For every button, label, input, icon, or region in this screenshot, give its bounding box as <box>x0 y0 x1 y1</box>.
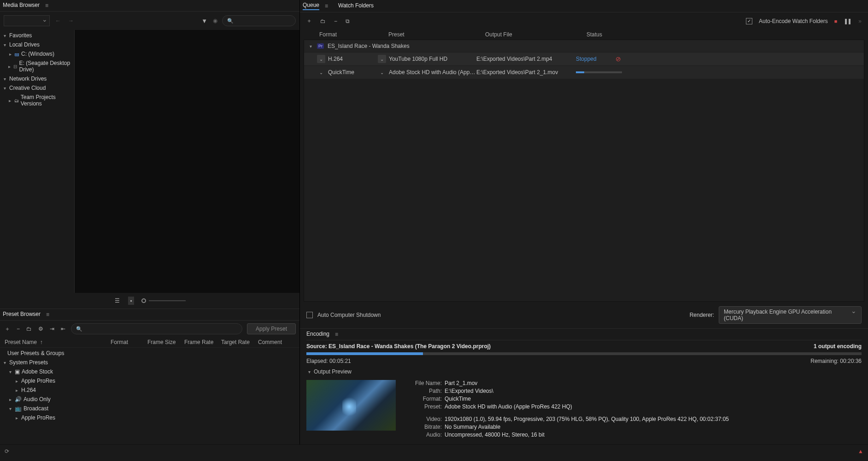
sync-icon[interactable]: ⟳ <box>5 448 9 455</box>
auto-encode-checkbox[interactable] <box>746 18 752 24</box>
format-dropdown[interactable]: ⌄ <box>317 68 325 76</box>
tree-apple-prores-2[interactable]: ▸Apple ProRes <box>0 413 299 422</box>
queue-columns-header: Format Preset Output File Status <box>300 29 868 40</box>
export-preset-icon[interactable]: ⇤ <box>60 325 66 333</box>
nav-forward-icon[interactable]: → <box>66 18 76 24</box>
media-browser-title: Media Browser <box>3 2 40 9</box>
panel-menu-icon[interactable]: ≡ <box>46 311 49 318</box>
status-stopped: Stopped <box>576 56 616 62</box>
filter-icon[interactable]: ▼ <box>200 17 208 25</box>
preset-browser-title: Preset Browser <box>3 311 41 318</box>
tree-creative-cloud[interactable]: ▾Creative Cloud <box>0 83 74 93</box>
encoding-source: Source: ES_Island Race - Wanda Shakes (T… <box>306 343 491 350</box>
queue-header: Queue ≡ Watch Folders <box>300 0 868 12</box>
tree-adobe-stock[interactable]: ▾▣Adobe Stock <box>0 367 299 376</box>
stop-queue-icon[interactable]: ■ <box>834 18 838 24</box>
queue-job-header[interactable]: ▾ Pr ES_Island Race - Wanda Shakes <box>304 40 864 52</box>
tree-favorites[interactable]: ▾Favorites <box>0 31 74 40</box>
new-group-icon[interactable]: 🗀 <box>25 325 33 333</box>
add-preset-icon[interactable]: ＋ <box>4 324 11 334</box>
encoding-output-count: 1 output encoding <box>814 343 862 350</box>
tab-watch-folders[interactable]: Watch Folders <box>338 2 374 10</box>
preset-browser-header: Preset Browser ≡ <box>0 309 299 321</box>
add-source-icon[interactable]: ＋ <box>305 16 313 26</box>
pause-queue-icon[interactable]: ❚❚ <box>844 18 851 24</box>
duplicate-icon[interactable]: ⧉ <box>345 17 351 25</box>
tree-network-drives[interactable]: ▾Network Drives <box>0 74 74 83</box>
panel-menu-icon[interactable]: ≡ <box>325 3 328 9</box>
tree-user-presets[interactable]: User Presets & Groups <box>0 349 299 358</box>
error-icon: ⊘ <box>616 55 621 63</box>
preset-dropdown[interactable]: ⌄ <box>378 55 386 63</box>
chevron-down-icon <box>851 309 856 321</box>
media-browser-header: Media Browser ≡ <box>0 0 299 12</box>
apply-preset-button[interactable]: Apply Preset <box>247 323 296 334</box>
search-icon: 🔍 <box>227 18 234 24</box>
preset-settings-icon[interactable]: ⚙ <box>37 325 44 333</box>
queue-output-row[interactable]: ⌄ H.264 ⌄ YouTube 1080p Full HD E:\Expor… <box>304 53 864 65</box>
tree-h264[interactable]: ▸H.264 <box>0 385 299 395</box>
remove-icon[interactable]: − <box>333 17 338 25</box>
search-icon: 🔍 <box>76 326 82 332</box>
thumbnail-view-icon[interactable]: ▪ <box>128 297 134 305</box>
encoding-details: File Name:Part 2_1.mov Path:E:\Exported … <box>405 380 729 438</box>
tree-e-drive[interactable]: ▸⊟E: (Seagate Desktop Drive) <box>0 58 74 74</box>
ingest-icon[interactable]: ◉ <box>212 17 218 25</box>
tree-broadcast[interactable]: ▾📺Broadcast <box>0 404 299 413</box>
add-output-icon[interactable]: 🗀 <box>319 17 327 25</box>
preset-search-input[interactable]: 🔍 <box>71 323 242 334</box>
premiere-icon: Pr <box>317 43 324 49</box>
tree-local-drives[interactable]: ▾Local Drives <box>0 40 74 49</box>
auto-shutdown-label: Auto Computer Shutdown <box>317 312 381 318</box>
media-location-dropdown[interactable] <box>4 15 50 26</box>
tree-team-projects[interactable]: ▸🗂Team Projects Versions <box>0 93 74 108</box>
expand-icon[interactable]: » <box>857 17 862 25</box>
auto-shutdown-checkbox[interactable] <box>306 312 313 318</box>
renderer-dropdown[interactable]: Mercury Playback Engine GPU Acceleration… <box>719 306 862 324</box>
tree-system-presets[interactable]: ▾System Presets <box>0 358 299 367</box>
status-bar: ⟳ ▲ <box>0 444 868 457</box>
list-view-icon[interactable]: ☰ <box>114 297 121 305</box>
remove-preset-icon[interactable]: − <box>16 325 21 333</box>
chevron-down-icon <box>42 17 47 24</box>
renderer-label: Renderer: <box>690 312 714 318</box>
media-search-input[interactable]: 🔍 <box>222 15 296 26</box>
format-dropdown[interactable]: ⌄ <box>317 55 325 63</box>
import-preset-icon[interactable]: ⇥ <box>49 325 55 333</box>
remaining-time: Remaining: 00:20:36 <box>810 358 862 364</box>
preset-dropdown[interactable]: ⌄ <box>378 68 386 76</box>
encoding-title: Encoding <box>306 331 329 338</box>
queue-output-row[interactable]: ⌄ QuickTime ⌄ Adobe Stock HD with Audio … <box>304 66 864 79</box>
queue-list: ▾ Pr ES_Island Race - Wanda Shakes ⌄ H.2… <box>304 40 864 302</box>
panel-menu-icon[interactable]: ≡ <box>335 331 338 338</box>
nav-back-icon[interactable]: ← <box>53 18 63 24</box>
media-content-area <box>75 30 299 293</box>
media-browser-tree: ▾Favorites ▾Local Drives ▸🖴C: (Windows) … <box>0 30 75 293</box>
encoding-header: Encoding ≡ <box>306 329 862 340</box>
warning-icon[interactable]: ▲ <box>858 448 863 455</box>
encode-progress-bar <box>576 71 622 73</box>
zoom-slider[interactable] <box>141 298 186 303</box>
tree-c-drive[interactable]: ▸🖴C: (Windows) <box>0 49 74 58</box>
preview-thumbnail <box>306 380 396 431</box>
auto-encode-label: Auto-Encode Watch Folders <box>759 18 828 24</box>
output-preview-toggle[interactable]: ▾Output Preview <box>306 367 862 376</box>
elapsed-time: Elapsed: 00:05:21 <box>306 358 351 364</box>
job-title: ES_Island Race - Wanda Shakes <box>328 43 410 49</box>
tree-apple-prores[interactable]: ▸Apple ProRes <box>0 376 299 385</box>
preset-tree: User Presets & Groups ▾System Presets ▾▣… <box>0 348 299 444</box>
tree-audio-only[interactable]: ▸🔊Audio Only <box>0 395 299 404</box>
panel-menu-icon[interactable]: ≡ <box>45 2 48 9</box>
tab-queue[interactable]: Queue <box>303 2 319 10</box>
preset-columns-header: Preset Name ↑ Format Frame Size Frame Ra… <box>0 337 299 348</box>
